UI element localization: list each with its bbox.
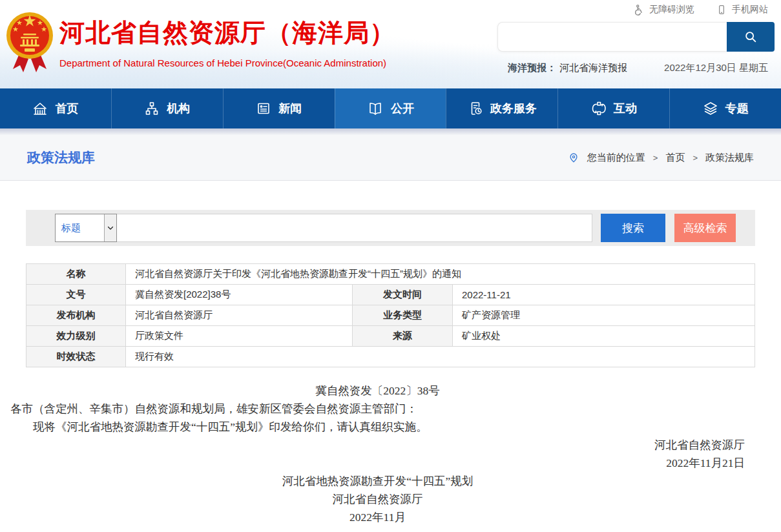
nav-item-topics[interactable]: 专题 xyxy=(669,88,781,128)
nav-label: 专题 xyxy=(725,101,749,116)
search-field-selected: 标题 xyxy=(56,214,104,241)
header-date: 2022年12月30日 星期五 xyxy=(664,62,768,74)
mobile-site-link[interactable]: 手机网站 xyxy=(716,4,768,15)
document-meta-table: 名称 河北省自然资源厅关于印发《河北省地热资源勘查开发“十四五”规划》的通知 文… xyxy=(26,263,755,367)
open-book-icon xyxy=(367,101,384,116)
doc-signature-org: 河北省自然资源厅 xyxy=(10,436,745,454)
meta-name-label: 名称 xyxy=(26,264,126,285)
meta-issue-date-label: 发文时间 xyxy=(353,285,453,305)
doc-attachment-title: 河北省地热资源勘查开发“十四五”规划 xyxy=(10,472,745,490)
accessibility-label: 无障碍浏览 xyxy=(649,4,694,15)
breadcrumb: 您当前的位置 > 首页 > 政策法规库 xyxy=(568,152,754,164)
meta-source-label: 来源 xyxy=(353,326,453,347)
meta-docnum-label: 文号 xyxy=(26,285,126,305)
breadcrumb-band: 政策法规库 您当前的位置 > 首页 > 政策法规库 xyxy=(0,135,781,181)
nav-item-public[interactable]: 公开 xyxy=(335,88,446,128)
breadcrumb-home[interactable]: 首页 xyxy=(665,152,685,164)
doc-main-text: 现将《河北省地热资源勘查开发“十四五”规划》印发给你们，请认真组织实施。 xyxy=(10,418,745,436)
nav-label: 新闻 xyxy=(278,101,302,116)
nav-label: 公开 xyxy=(391,101,414,116)
nav-label: 机构 xyxy=(167,101,190,116)
site-title-block: 河北省自然资源厅（海洋局） Department of Natural Reso… xyxy=(59,15,395,68)
advanced-search-button[interactable]: 高级检索 xyxy=(674,214,736,242)
meta-org-value: 河北省自然资源厅 xyxy=(126,305,353,326)
meta-type-value: 矿产资源管理 xyxy=(453,305,755,326)
table-row: 名称 河北省自然资源厅关于印发《河北省地热资源勘查开发“十四五”规划》的通知 xyxy=(26,264,755,285)
main-content: 标题 搜索 高级检索 名称 河北省自然资源厅关于印发《河北省地热资源勘查开发“十… xyxy=(0,181,781,532)
meta-level-label: 效力级别 xyxy=(26,326,126,347)
meta-level-value: 厅政策文件 xyxy=(126,326,353,347)
meta-issue-date-value: 2022-11-21 xyxy=(453,285,755,305)
page: 河北省自然资源厅（海洋局） Department of Natural Reso… xyxy=(0,0,781,532)
policy-search-form: 标题 搜索 高级检索 xyxy=(26,210,755,246)
ocean-forecast-label: 海洋预报： xyxy=(508,62,556,74)
document-body: 冀自然资发〔2022〕38号 各市（含定州、辛集市）自然资源和规划局，雄安新区管… xyxy=(5,382,776,532)
doc-signature-date: 2022年11月21日 xyxy=(10,454,745,472)
nav-bottom-strip xyxy=(0,128,781,135)
header-search-button[interactable] xyxy=(727,22,775,52)
header-search xyxy=(497,22,775,52)
national-emblem-logo xyxy=(5,7,54,76)
site-subtitle: Department of Natural Resources of Hebei… xyxy=(59,57,395,68)
breadcrumb-separator: > xyxy=(692,153,698,163)
breadcrumb-separator: > xyxy=(653,153,658,163)
search-field-select[interactable]: 标题 xyxy=(55,214,117,242)
breadcrumb-current[interactable]: 政策法规库 xyxy=(705,152,754,164)
page-title: 政策法规库 xyxy=(27,148,95,167)
layers-icon xyxy=(703,101,718,116)
header-utility-links: 无障碍浏览 手机网站 xyxy=(632,4,768,15)
meta-status-label: 时效状态 xyxy=(26,347,126,367)
accessibility-link[interactable]: 无障碍浏览 xyxy=(632,4,694,15)
meta-name-value: 河北省自然资源厅关于印发《河北省地热资源勘查开发“十四五”规划》的通知 xyxy=(126,264,755,285)
site-header: 河北省自然资源厅（海洋局） Department of Natural Reso… xyxy=(0,0,781,88)
interaction-cycle-icon xyxy=(591,101,607,116)
site-title: 河北省自然资源厅（海洋局） xyxy=(59,15,395,50)
search-icon xyxy=(744,30,758,44)
wheelchair-icon xyxy=(632,4,644,15)
main-nav: 首页 机构 新闻 公开 xyxy=(0,88,781,128)
doc-attachment-date: 2022年11月 xyxy=(10,508,745,526)
nav-item-home[interactable]: 首页 xyxy=(0,88,111,128)
nav-item-services[interactable]: 政务服务 xyxy=(446,88,557,128)
nav-item-interact[interactable]: 互动 xyxy=(557,88,669,128)
nav-label: 政务服务 xyxy=(490,101,537,116)
nav-item-org[interactable]: 机构 xyxy=(111,88,223,128)
breadcrumb-location-label: 您当前的位置 xyxy=(587,152,645,164)
meta-org-label: 发布机构 xyxy=(26,305,126,326)
ocean-forecast-link[interactable]: 河北省海洋预报 xyxy=(559,62,627,74)
home-icon xyxy=(32,101,48,116)
smartphone-icon xyxy=(716,4,727,15)
table-row: 时效状态 现行有效 xyxy=(26,347,755,367)
search-button[interactable]: 搜索 xyxy=(601,214,665,242)
doc-salutation: 各市（含定州、辛集市）自然资源和规划局，雄安新区管委会自然资源主管部门： xyxy=(10,400,745,418)
nav-item-news[interactable]: 新闻 xyxy=(223,88,335,128)
nav-label: 首页 xyxy=(55,101,78,116)
chevron-down-icon xyxy=(104,214,116,241)
header-search-input[interactable] xyxy=(497,22,727,52)
meta-docnum-value: 冀自然资发[2022]38号 xyxy=(126,285,353,305)
document-clock-icon xyxy=(468,101,483,116)
table-row: 文号 冀自然资发[2022]38号 发文时间 2022-11-21 xyxy=(26,285,755,305)
doc-attachment-org: 河北省自然资源厅 xyxy=(10,490,745,508)
policy-search-input[interactable] xyxy=(117,214,592,242)
nav-label: 互动 xyxy=(614,101,637,116)
location-pin-icon xyxy=(568,152,579,163)
org-chart-icon xyxy=(144,101,160,116)
meta-status-value: 现行有效 xyxy=(126,347,755,367)
meta-source-value: 矿业权处 xyxy=(453,326,755,347)
table-row: 发布机构 河北省自然资源厅 业务类型 矿产资源管理 xyxy=(26,305,755,326)
news-icon xyxy=(256,101,271,116)
table-row: 效力级别 厅政策文件 来源 矿业权处 xyxy=(26,326,755,347)
doc-number: 冀自然资发〔2022〕38号 xyxy=(10,382,745,400)
meta-type-label: 业务类型 xyxy=(353,305,453,326)
mobile-site-label: 手机网站 xyxy=(732,4,768,15)
